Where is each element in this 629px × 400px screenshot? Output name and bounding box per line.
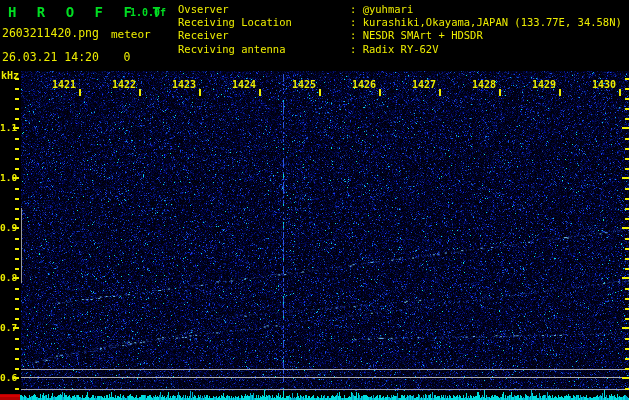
station-info-block: Ovserver: @yuhmariReceiving Location: ku…	[178, 3, 622, 56]
time-tick-label: 1429	[512, 79, 556, 90]
station-info-colon: :	[350, 29, 363, 41]
station-info-value: @yuhmari	[363, 3, 414, 15]
freq-minor-tick-right	[625, 288, 629, 290]
time-tick	[259, 89, 261, 96]
freq-minor-tick-right	[625, 358, 629, 360]
freq-minor-tick	[15, 388, 19, 390]
output-filename: 2603211420.png	[2, 26, 99, 40]
freq-major-tick	[13, 327, 19, 329]
freq-major-tick-right	[622, 227, 629, 229]
freq-minor-tick	[15, 148, 19, 150]
freq-minor-tick	[15, 188, 19, 190]
freq-major-tick	[13, 177, 19, 179]
station-info-label: Receiver	[178, 29, 350, 42]
freq-minor-tick	[15, 368, 19, 370]
freq-minor-tick	[15, 308, 19, 310]
freq-major-tick	[13, 277, 19, 279]
time-tick-label: 1430	[572, 79, 616, 90]
freq-minor-tick-right	[625, 158, 629, 160]
freq-major-tick-right	[622, 327, 629, 329]
freq-minor-tick-right	[625, 98, 629, 100]
time-tick-label: 1425	[272, 79, 316, 90]
freq-minor-tick	[15, 118, 19, 120]
station-info-row: Recviving antenna: Radix RY-62V	[178, 43, 622, 56]
freq-major-tick	[13, 127, 19, 129]
time-tick-label: 1427	[392, 79, 436, 90]
freq-minor-tick-right	[625, 198, 629, 200]
freq-minor-tick	[15, 218, 19, 220]
freq-minor-tick	[15, 248, 19, 250]
freq-minor-tick-right	[625, 148, 629, 150]
freq-minor-tick	[15, 318, 19, 320]
time-tick	[439, 89, 441, 96]
freq-minor-tick-right	[625, 298, 629, 300]
freq-minor-tick	[15, 88, 19, 90]
freq-minor-tick-right	[625, 258, 629, 260]
freq-minor-tick	[15, 158, 19, 160]
freq-minor-tick-right	[625, 348, 629, 350]
time-tick	[319, 89, 321, 96]
freq-minor-tick	[15, 348, 19, 350]
freq-minor-tick-right	[625, 218, 629, 220]
freq-minor-tick-right	[625, 338, 629, 340]
freq-minor-tick	[15, 298, 19, 300]
freq-minor-tick	[15, 108, 19, 110]
time-tick-label: 1422	[92, 79, 136, 90]
station-info-colon: :	[350, 3, 363, 15]
freq-major-tick-right	[622, 177, 629, 179]
time-tick-label: 1424	[212, 79, 256, 90]
freq-minor-tick-right	[625, 138, 629, 140]
freq-minor-tick	[15, 338, 19, 340]
station-info-row: Receiver: NESDR SMArt + HDSDR	[178, 29, 622, 42]
meteor-count: 0	[112, 50, 142, 64]
station-info-label: Recviving antenna	[178, 43, 350, 56]
time-tick-label: 1423	[152, 79, 196, 90]
freq-minor-tick-right	[625, 248, 629, 250]
time-tick	[199, 89, 201, 96]
freq-minor-tick-right	[625, 308, 629, 310]
freq-minor-tick	[15, 198, 19, 200]
freq-major-tick-right	[622, 127, 629, 129]
freq-minor-tick-right	[625, 88, 629, 90]
station-info-row: Ovserver: @yuhmari	[178, 3, 622, 16]
freq-major-tick-right	[622, 377, 629, 379]
freq-minor-tick	[15, 358, 19, 360]
freq-minor-tick	[15, 238, 19, 240]
station-info-value: Radix RY-62V	[363, 43, 439, 55]
freq-minor-tick-right	[625, 368, 629, 370]
time-tick	[379, 89, 381, 96]
freq-major-tick-right	[622, 277, 629, 279]
freq-major-tick	[13, 377, 19, 379]
hrofft-window: H R O F F T 1.0.0f 2603211420.png meteor…	[0, 0, 629, 400]
freq-minor-tick	[15, 258, 19, 260]
time-tick	[139, 89, 141, 96]
station-info-label: Ovserver	[178, 3, 350, 16]
freq-minor-tick	[15, 208, 19, 210]
freq-minor-tick-right	[625, 118, 629, 120]
freq-minor-tick-right	[625, 318, 629, 320]
freq-minor-tick-right	[625, 388, 629, 390]
time-tick	[619, 89, 621, 96]
freq-minor-tick-right	[625, 168, 629, 170]
freq-minor-tick-right	[625, 188, 629, 190]
freq-minor-tick-right	[625, 268, 629, 270]
freq-minor-tick	[15, 268, 19, 270]
freq-minor-tick-right	[625, 238, 629, 240]
time-tick	[499, 89, 501, 96]
timestamp: 26.03.21 14:20	[2, 50, 99, 64]
freq-minor-tick-right	[625, 108, 629, 110]
station-info-colon: :	[350, 43, 363, 55]
station-info-colon: :	[350, 16, 363, 28]
station-info-row: Receiving Location: kurashiki,Okayama,JA…	[178, 16, 622, 29]
station-info-value: NESDR SMArt + HDSDR	[363, 29, 483, 41]
time-tick	[559, 89, 561, 96]
freq-minor-tick	[15, 98, 19, 100]
freq-minor-tick	[15, 78, 19, 80]
time-tick-label: 1428	[452, 79, 496, 90]
freq-minor-tick-right	[625, 78, 629, 80]
meteor-mode-label: meteor	[111, 28, 151, 41]
station-info-label: Receiving Location	[178, 16, 350, 29]
freq-minor-tick	[15, 138, 19, 140]
freq-minor-tick	[15, 288, 19, 290]
time-tick-label: 1426	[332, 79, 376, 90]
